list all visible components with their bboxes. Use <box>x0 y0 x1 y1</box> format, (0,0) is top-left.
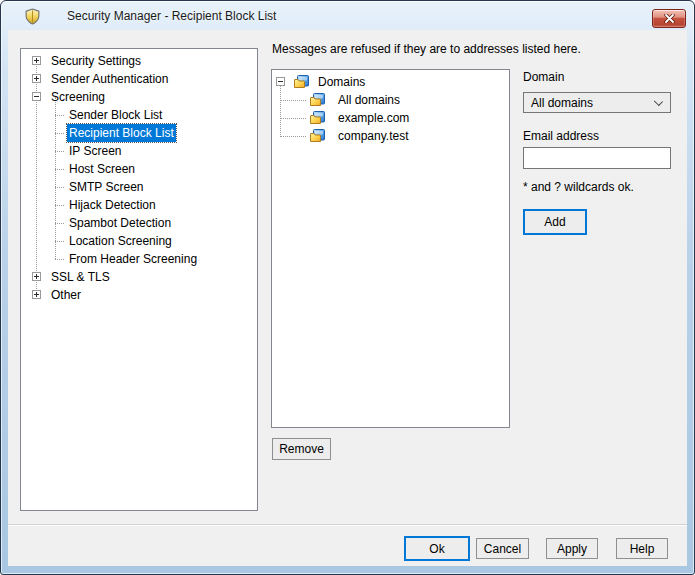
minus-box-icon[interactable] <box>276 77 285 86</box>
help-button[interactable]: Help <box>616 538 668 559</box>
nav-item-security-settings[interactable]: Security Settings <box>21 52 257 70</box>
close-button[interactable] <box>652 9 686 28</box>
domain-label: Domain <box>523 70 564 84</box>
nav-item-from-header-screening[interactable]: From Header Screening <box>21 250 257 268</box>
nav-item-spambot-detection[interactable]: Spambot Detection <box>21 214 257 232</box>
nav-item-screening[interactable]: Screening <box>21 88 257 106</box>
nav-item-label: SSL & TLS <box>51 268 110 286</box>
nav-item-location-screening[interactable]: Location Screening <box>21 232 257 250</box>
nav-item-label: Sender Authentication <box>51 70 168 88</box>
nav-item-other[interactable]: Other <box>21 286 257 304</box>
titlebar[interactable]: Security Manager - Recipient Block List <box>1 1 694 31</box>
tree-connector <box>55 205 64 206</box>
nav-item-sender-block-list[interactable]: Sender Block List <box>21 106 257 124</box>
dialog-window: Security Manager - Recipient Block List … <box>0 0 695 575</box>
plus-box-icon[interactable] <box>32 74 41 83</box>
ok-button[interactable]: Ok <box>404 536 470 561</box>
apply-button[interactable]: Apply <box>546 538 598 559</box>
tree-connector <box>280 100 306 101</box>
nav-item-label: Hijack Detection <box>69 196 156 214</box>
nav-item-smtp-screen[interactable]: SMTP Screen <box>21 178 257 196</box>
nav-item-label: Other <box>51 286 81 304</box>
window-title: Security Manager - Recipient Block List <box>67 9 276 23</box>
nav-item-hijack-detection[interactable]: Hijack Detection <box>21 196 257 214</box>
minus-box-icon[interactable] <box>32 92 41 101</box>
tree-item-company-test[interactable]: company.test <box>272 127 509 145</box>
tree-connector <box>55 187 64 188</box>
domains-list-box: Domains All domains example.com company.… <box>271 69 510 428</box>
instruction-text: Messages are refused if they are to addr… <box>272 42 581 56</box>
tree-connector <box>55 223 64 224</box>
nav-item-label-selected: Recipient Block List <box>67 124 176 142</box>
nav-item-label: Sender Block List <box>69 106 162 124</box>
email-address-label: Email address <box>523 129 599 143</box>
tree-item-label: All domains <box>338 91 400 109</box>
tree-item-label: example.com <box>338 109 409 127</box>
tree-item-example-com[interactable]: example.com <box>272 109 509 127</box>
domain-dropdown-value: All domains <box>531 96 593 110</box>
tree-item-label: Domains <box>318 73 365 91</box>
plus-box-icon[interactable] <box>32 272 41 281</box>
nav-item-label: Screening <box>51 88 105 106</box>
nav-item-recipient-block-list[interactable]: Recipient Block List <box>21 124 257 142</box>
plus-box-icon[interactable] <box>32 290 41 299</box>
shield-icon <box>24 8 41 25</box>
nav-item-label: Host Screen <box>69 160 135 178</box>
nav-item-label: SMTP Screen <box>69 178 143 196</box>
chevron-down-icon <box>654 97 663 106</box>
footer-separator <box>8 524 687 526</box>
client-area: Security Settings Sender Authentication … <box>8 30 687 566</box>
domain-dropdown[interactable]: All domains <box>523 92 671 113</box>
remove-button[interactable]: Remove <box>272 438 331 460</box>
nav-item-label: From Header Screening <box>69 250 197 268</box>
tree-item-all-domains[interactable]: All domains <box>272 91 509 109</box>
nav-item-label: Security Settings <box>51 52 141 70</box>
nav-item-label: Location Screening <box>69 232 172 250</box>
add-button[interactable]: Add <box>523 209 587 235</box>
nav-item-sender-authentication[interactable]: Sender Authentication <box>21 70 257 88</box>
email-address-input[interactable] <box>523 147 671 169</box>
nav-item-ip-screen[interactable]: IP Screen <box>21 142 257 160</box>
nav-item-host-screen[interactable]: Host Screen <box>21 160 257 178</box>
tree-connector <box>55 259 64 260</box>
domain-folder-icon <box>293 74 309 90</box>
tree-connector <box>55 169 64 170</box>
tree-connector <box>55 115 64 116</box>
domain-folder-icon <box>309 92 325 108</box>
security-nav-tree: Security Settings Sender Authentication … <box>20 48 258 511</box>
nav-item-ssl-tls[interactable]: SSL & TLS <box>21 268 257 286</box>
tree-connector <box>55 151 64 152</box>
domain-folder-icon <box>309 128 325 144</box>
tree-connector <box>280 118 306 119</box>
cancel-button[interactable]: Cancel <box>476 538 529 559</box>
tree-connector <box>280 136 306 137</box>
nav-item-label: IP Screen <box>69 142 121 160</box>
domain-folder-icon <box>309 110 325 126</box>
wildcard-note: * and ? wildcards ok. <box>523 180 634 194</box>
tree-connector <box>55 133 64 134</box>
tree-item-label: company.test <box>338 127 408 145</box>
tree-item-domains-root[interactable]: Domains <box>272 73 509 91</box>
tree-connector <box>55 241 64 242</box>
nav-item-label: Spambot Detection <box>69 214 171 232</box>
plus-box-icon[interactable] <box>32 56 41 65</box>
close-icon <box>664 14 675 23</box>
